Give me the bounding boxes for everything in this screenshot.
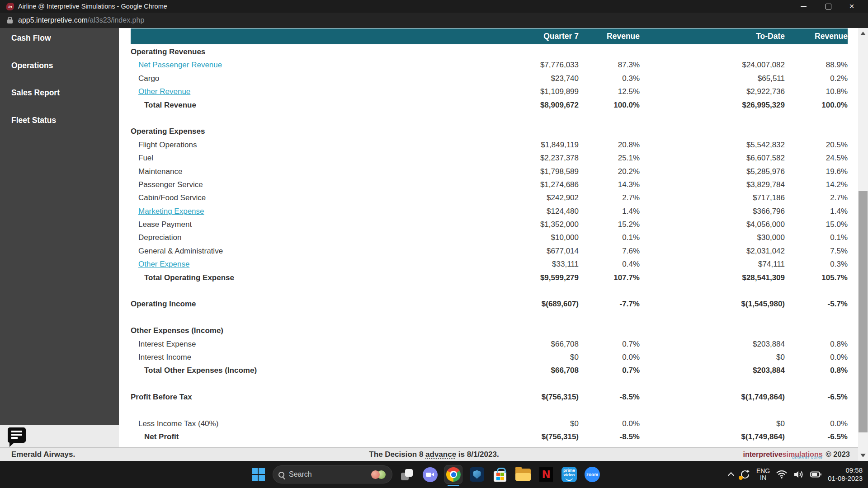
cell-q7 (448, 125, 579, 138)
clock[interactable]: 09:58 01-08-2023 (828, 466, 863, 483)
scroll-down-icon[interactable] (860, 454, 866, 457)
table-header: Quarter 7 Revenue To-Date Revenue (131, 28, 848, 44)
cell-q7 (448, 45, 579, 58)
cell-q7: $(756,315) (448, 430, 579, 443)
cell-td_pct: 0.0% (785, 417, 848, 430)
scroll-up-icon[interactable] (860, 32, 866, 35)
battery-icon[interactable] (810, 470, 822, 479)
volume-icon[interactable] (793, 470, 804, 479)
row-label: Other Expense (131, 258, 448, 271)
spacer-row (131, 404, 848, 417)
cell-td_pct: 2.7% (785, 191, 848, 204)
cell-to_date: $5,285,976 (640, 165, 785, 178)
scrollbar-thumb[interactable] (859, 191, 868, 432)
row-other-expenses-income: Other Expenses (Income) (131, 324, 848, 337)
windows-logo-icon (252, 468, 265, 481)
sidebar-item-operations[interactable]: Operations (0, 59, 119, 86)
row-label: Marketing Expense (131, 205, 448, 218)
row-label: Other Expenses (Income) (131, 324, 448, 337)
maximize-button[interactable] (818, 0, 838, 13)
netflix-button[interactable]: N (538, 465, 555, 483)
cell-q7_pct: 25.1% (579, 151, 640, 164)
decision-message-prefix: The Decision 8 (369, 450, 425, 459)
cell-td_pct: -5.7% (785, 297, 848, 310)
sidebar-item-cash-flow[interactable]: Cash Flow (0, 31, 119, 59)
net-passenger-revenue-link[interactable]: Net Passenger Revenue (138, 61, 222, 69)
search-input[interactable]: Search (273, 465, 392, 483)
row-label: Net Profit (131, 430, 448, 443)
cell-td_pct: 0.1% (785, 231, 848, 244)
cell-td_pct: 0.3% (785, 258, 848, 271)
advance-link[interactable]: advance (425, 450, 456, 459)
wifi-icon[interactable] (776, 470, 788, 479)
file-explorer-button[interactable] (514, 465, 532, 483)
chrome-button-active[interactable] (444, 465, 462, 484)
cell-q7: $9,599,279 (448, 271, 579, 284)
cell-to_date: $717,186 (640, 191, 785, 204)
cell-to_date (640, 45, 785, 58)
row-label: Profit Before Tax (131, 390, 448, 404)
cell-q7 (448, 324, 579, 337)
language-indicator[interactable]: ENG IN (756, 468, 770, 481)
other-revenue-link[interactable]: Other Revenue (138, 87, 190, 96)
cell-q7_pct: 0.1% (579, 231, 640, 244)
region-code: IN (756, 474, 770, 481)
cell-to_date: $2,922,736 (640, 85, 785, 98)
cell-td_pct: 0.0% (785, 351, 848, 364)
zoom-button[interactable]: zoom (584, 465, 601, 483)
cell-q7_pct: 0.3% (579, 72, 640, 85)
cell-q7: $1,109,899 (448, 85, 579, 98)
taskbar: Search N primevideo zoom ENG IN (0, 461, 868, 488)
language-code: ENG (756, 468, 770, 474)
page-scrollbar[interactable] (858, 28, 868, 461)
cell-td_pct (785, 45, 848, 58)
task-view-button[interactable] (398, 465, 415, 483)
teams-chat-icon (423, 467, 438, 482)
column-header-revenue: Revenue (579, 28, 640, 44)
cell-q7_pct: 1.4% (579, 205, 640, 218)
search-icon (278, 472, 284, 478)
sidebar-item-sales-report[interactable]: Sales Report (0, 86, 119, 113)
taskbar-apps: Search N primevideo zoom (250, 461, 601, 488)
sync-status-icon[interactable] (740, 469, 750, 479)
other-expense-link[interactable]: Other Expense (138, 260, 189, 268)
url-path: /al3s23/index.php (88, 16, 144, 24)
marketing-expense-link[interactable]: Marketing Expense (138, 207, 204, 216)
url-text[interactable]: app5.interpretive.com/al3s23/index.php (18, 13, 144, 28)
table-body: Operating RevenuesNet Passenger Revenue$… (131, 45, 848, 444)
prime-video-button[interactable]: primevideo (561, 465, 578, 483)
cell-to_date: $74,111 (640, 258, 785, 271)
cell-q7_pct: 87.3% (579, 58, 640, 71)
cell-q7: $1,352,000 (448, 218, 579, 231)
row-cargo: Cargo$23,7400.3%$65,5110.2% (131, 72, 848, 85)
cell-to_date: $0 (640, 351, 785, 364)
shield-app-button[interactable] (468, 465, 486, 483)
sidebar-item-fleet-status[interactable]: Fleet Status (0, 113, 119, 141)
row-operating-income: Operating Income$(689,607)-7.7%$(1,545,9… (131, 297, 848, 310)
teams-chat-button[interactable] (421, 465, 439, 483)
page-viewport: Cash Flow Operations Sales Report Fleet … (0, 28, 868, 461)
cell-td_pct: 100.0% (785, 99, 848, 112)
cell-to_date: $30,000 (640, 231, 785, 244)
cell-q7: $124,480 (448, 205, 579, 218)
cell-q7_pct: 14.3% (579, 178, 640, 191)
cell-td_pct: 105.7% (785, 271, 848, 284)
cell-to_date: $5,542,832 (640, 138, 785, 151)
browser-address-bar[interactable]: app5.interpretive.com/al3s23/index.php (0, 13, 868, 28)
row-other-expense: Other Expense$33,1110.4%$74,1110.3% (131, 258, 848, 271)
row-label: Passenger Service (131, 178, 448, 191)
microsoft-store-button[interactable] (491, 465, 509, 483)
row-label: Less Income Tax (40%) (131, 417, 448, 430)
row-cabin-food-service: Cabin/Food Service$242,9022.7%$717,1862.… (131, 191, 848, 204)
cell-q7: $2,237,378 (448, 151, 579, 164)
minimize-button[interactable] (793, 0, 813, 13)
close-button[interactable]: × (842, 0, 862, 13)
cell-q7: $677,014 (448, 244, 579, 258)
url-host: app5.interpretive.com (18, 16, 88, 24)
chat-bubble-icon[interactable] (8, 427, 26, 443)
cell-td_pct: 7.5% (785, 244, 848, 258)
lock-icon[interactable] (7, 19, 13, 23)
tray-overflow-chevron-icon[interactable] (728, 472, 734, 477)
income-statement: Quarter 7 Revenue To-Date Revenue Operat… (131, 28, 848, 444)
start-button[interactable] (250, 465, 267, 483)
